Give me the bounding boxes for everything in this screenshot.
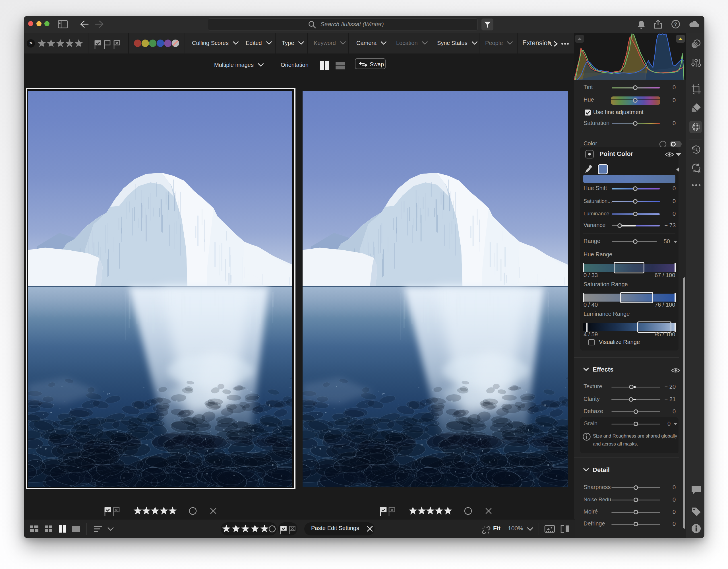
svg-text:?: ?: [674, 22, 677, 27]
